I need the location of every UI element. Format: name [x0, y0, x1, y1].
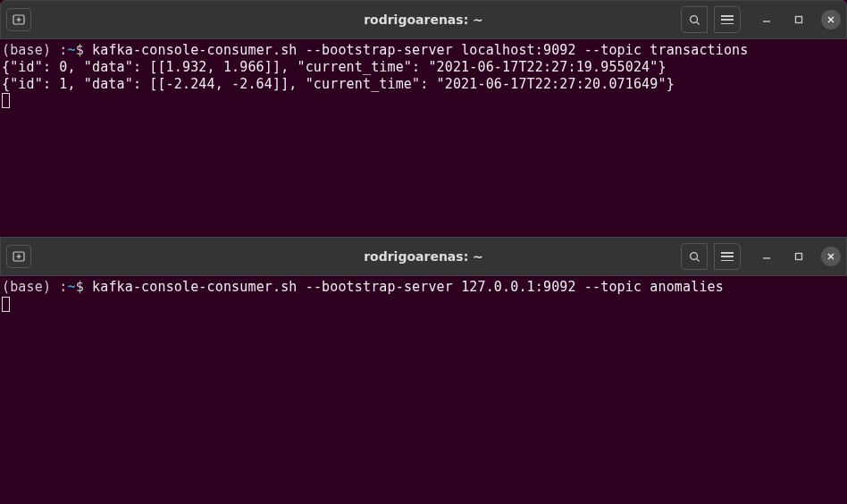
window-controls — [757, 247, 841, 266]
search-button[interactable] — [681, 6, 708, 33]
prompt-base: (base) : — [2, 279, 67, 295]
search-icon — [688, 13, 701, 27]
prompt-dollar: $ — [76, 42, 92, 58]
titlebar-bottom: rodrigoarenas: ~ — [0, 237, 847, 276]
prompt-tilde: ~ — [67, 42, 75, 58]
close-button[interactable] — [821, 10, 841, 29]
titlebar-controls-right — [681, 6, 841, 33]
new-tab-icon — [12, 13, 26, 27]
minimize-button[interactable] — [757, 10, 776, 29]
window-controls — [757, 10, 841, 29]
maximize-button[interactable] — [789, 10, 809, 29]
window-title: rodrigoarenas: ~ — [364, 249, 483, 264]
hamburger-icon — [721, 252, 734, 261]
search-icon — [688, 250, 701, 264]
maximize-button[interactable] — [789, 247, 809, 266]
output-line: {"id": 1, "data": [[-2.244, -2.64]], "cu… — [2, 76, 675, 92]
prompt-dollar: $ — [76, 279, 92, 295]
terminal-window-top: rodrigoarenas: ~ — [0, 0, 847, 237]
close-icon — [826, 252, 835, 261]
command-text: kafka-console-consumer.sh --bootstrap-se… — [92, 42, 748, 58]
output-line: {"id": 0, "data": [[1.932, 1.966]], "cur… — [2, 59, 667, 75]
titlebar-top: rodrigoarenas: ~ — [0, 0, 847, 39]
minimize-button[interactable] — [757, 247, 776, 266]
minimize-icon — [762, 252, 771, 261]
svg-rect-6 — [796, 17, 802, 23]
terminal-window-bottom: rodrigoarenas: ~ — [0, 237, 847, 504]
maximize-icon — [794, 252, 803, 261]
svg-point-3 — [690, 15, 697, 22]
maximize-icon — [794, 15, 803, 24]
new-tab-button[interactable] — [6, 8, 31, 31]
svg-point-12 — [690, 252, 697, 259]
close-icon — [826, 15, 835, 24]
svg-rect-15 — [796, 254, 802, 260]
new-tab-icon — [12, 249, 26, 264]
svg-line-13 — [696, 258, 699, 261]
new-tab-button[interactable] — [6, 245, 31, 268]
cursor — [2, 93, 10, 108]
menu-button[interactable] — [714, 6, 741, 33]
command-text: kafka-console-consumer.sh --bootstrap-se… — [92, 279, 724, 295]
terminal-body-top[interactable]: (base) :~$ kafka-console-consumer.sh --b… — [0, 39, 847, 237]
cursor — [2, 297, 10, 312]
prompt-tilde: ~ — [67, 279, 75, 295]
search-button[interactable] — [681, 243, 708, 270]
minimize-icon — [762, 15, 771, 24]
svg-line-4 — [696, 21, 699, 24]
menu-button[interactable] — [714, 243, 741, 270]
prompt-base: (base) : — [2, 42, 67, 58]
titlebar-controls-right — [681, 243, 841, 270]
hamburger-icon — [721, 15, 734, 24]
terminal-body-bottom[interactable]: (base) :~$ kafka-console-consumer.sh --b… — [0, 276, 847, 504]
window-title: rodrigoarenas: ~ — [364, 13, 483, 27]
close-button[interactable] — [821, 247, 841, 266]
